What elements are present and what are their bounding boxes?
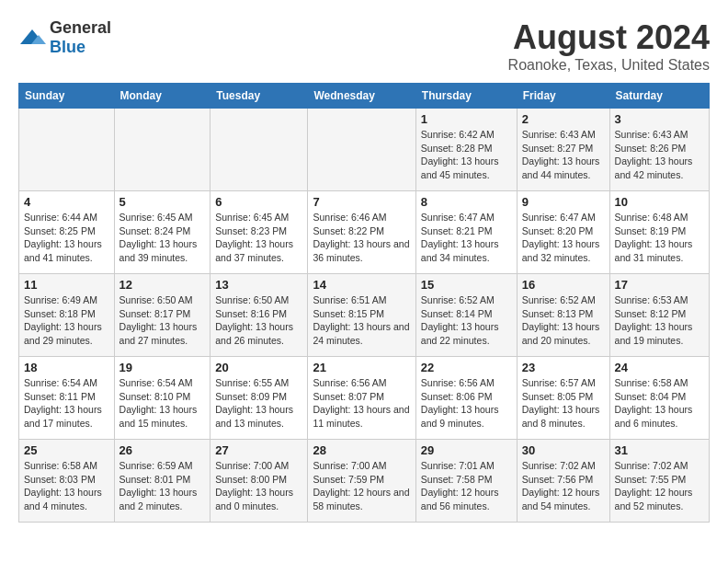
calendar-cell: 22Sunrise: 6:56 AMSunset: 8:06 PMDayligh… (415, 357, 517, 440)
calendar-cell (114, 109, 210, 191)
day-number: 15 (421, 278, 512, 292)
day-number: 9 (522, 195, 605, 209)
day-info: Sunrise: 6:56 AMSunset: 8:06 PMDaylight:… (421, 376, 512, 431)
calendar-header: SundayMondayTuesdayWednesdayThursdayFrid… (19, 84, 710, 109)
calendar-cell: 15Sunrise: 6:52 AMSunset: 8:14 PMDayligh… (415, 274, 517, 357)
day-number: 20 (215, 361, 302, 374)
calendar-cell: 4Sunrise: 6:44 AMSunset: 8:25 PMDaylight… (19, 191, 115, 274)
day-number: 14 (313, 278, 410, 292)
calendar-week-row: 18Sunrise: 6:54 AMSunset: 8:11 PMDayligh… (19, 357, 710, 440)
day-number: 16 (522, 278, 605, 292)
day-number: 29 (421, 443, 512, 457)
day-info: Sunrise: 6:43 AMSunset: 8:27 PMDaylight:… (522, 128, 605, 182)
day-info: Sunrise: 7:00 AMSunset: 8:00 PMDaylight:… (215, 459, 302, 513)
calendar-cell: 13Sunrise: 6:50 AMSunset: 8:16 PMDayligh… (210, 274, 308, 357)
logo-text-blue: Blue (50, 38, 85, 56)
day-info: Sunrise: 6:52 AMSunset: 8:14 PMDaylight:… (421, 293, 512, 348)
calendar-cell: 30Sunrise: 7:02 AMSunset: 7:56 PMDayligh… (517, 440, 609, 523)
day-number: 26 (119, 443, 206, 457)
day-info: Sunrise: 6:47 AMSunset: 8:20 PMDaylight:… (522, 211, 605, 265)
day-number: 4 (24, 195, 109, 209)
day-number: 25 (24, 443, 109, 457)
day-info: Sunrise: 6:45 AMSunset: 8:23 PMDaylight:… (215, 211, 302, 265)
calendar-week-row: 25Sunrise: 6:58 AMSunset: 8:03 PMDayligh… (19, 440, 710, 523)
calendar-cell: 31Sunrise: 7:02 AMSunset: 7:55 PMDayligh… (609, 440, 709, 523)
title-area: August 2024 Roanoke, Texas, United State… (508, 18, 710, 74)
day-number: 3 (615, 112, 704, 126)
calendar-cell: 10Sunrise: 6:48 AMSunset: 8:19 PMDayligh… (609, 191, 709, 274)
calendar-cell: 26Sunrise: 6:59 AMSunset: 8:01 PMDayligh… (114, 440, 210, 523)
day-info: Sunrise: 7:01 AMSunset: 7:58 PMDaylight:… (421, 459, 512, 513)
calendar-table: SundayMondayTuesdayWednesdayThursdayFrid… (18, 83, 710, 523)
calendar-week-row: 11Sunrise: 6:49 AMSunset: 8:18 PMDayligh… (19, 274, 710, 357)
header-row: SundayMondayTuesdayWednesdayThursdayFrid… (19, 84, 710, 109)
day-number: 21 (313, 361, 410, 374)
day-info: Sunrise: 6:47 AMSunset: 8:21 PMDaylight:… (421, 211, 512, 265)
day-number: 22 (421, 361, 512, 374)
day-info: Sunrise: 6:58 AMSunset: 8:04 PMDaylight:… (615, 376, 704, 431)
day-info: Sunrise: 6:43 AMSunset: 8:26 PMDaylight:… (615, 128, 704, 182)
day-number: 18 (24, 361, 109, 374)
calendar-cell: 20Sunrise: 6:55 AMSunset: 8:09 PMDayligh… (210, 357, 308, 440)
calendar-cell: 28Sunrise: 7:00 AMSunset: 7:59 PMDayligh… (308, 440, 415, 523)
day-number: 17 (615, 278, 704, 292)
page-header: General Blue August 2024 Roanoke, Texas,… (18, 18, 710, 74)
day-number: 28 (313, 443, 410, 457)
day-info: Sunrise: 7:00 AMSunset: 7:59 PMDaylight:… (313, 459, 410, 513)
calendar-cell: 2Sunrise: 6:43 AMSunset: 8:27 PMDaylight… (517, 109, 609, 191)
calendar-week-row: 4Sunrise: 6:44 AMSunset: 8:25 PMDaylight… (19, 191, 710, 274)
calendar-cell: 14Sunrise: 6:51 AMSunset: 8:15 PMDayligh… (308, 274, 415, 357)
calendar-cell: 27Sunrise: 7:00 AMSunset: 8:00 PMDayligh… (210, 440, 308, 523)
header-cell: Saturday (609, 84, 709, 109)
day-info: Sunrise: 6:50 AMSunset: 8:16 PMDaylight:… (215, 293, 302, 348)
day-info: Sunrise: 6:54 AMSunset: 8:10 PMDaylight:… (119, 376, 206, 431)
day-info: Sunrise: 6:57 AMSunset: 8:05 PMDaylight:… (522, 376, 605, 431)
day-number: 23 (522, 361, 605, 374)
day-number: 31 (615, 443, 704, 457)
day-number: 8 (421, 195, 512, 209)
day-info: Sunrise: 6:48 AMSunset: 8:19 PMDaylight:… (615, 211, 704, 265)
calendar-cell: 5Sunrise: 6:45 AMSunset: 8:24 PMDaylight… (114, 191, 210, 274)
calendar-cell: 7Sunrise: 6:46 AMSunset: 8:22 PMDaylight… (308, 191, 415, 274)
day-info: Sunrise: 6:55 AMSunset: 8:09 PMDaylight:… (215, 376, 302, 431)
calendar-cell: 8Sunrise: 6:47 AMSunset: 8:21 PMDaylight… (415, 191, 517, 274)
day-info: Sunrise: 6:44 AMSunset: 8:25 PMDaylight:… (24, 211, 109, 265)
calendar-cell: 16Sunrise: 6:52 AMSunset: 8:13 PMDayligh… (517, 274, 609, 357)
calendar-cell: 12Sunrise: 6:50 AMSunset: 8:17 PMDayligh… (114, 274, 210, 357)
day-info: Sunrise: 7:02 AMSunset: 7:55 PMDaylight:… (615, 459, 704, 513)
calendar-body: 1Sunrise: 6:42 AMSunset: 8:28 PMDaylight… (19, 109, 710, 523)
logo: General Blue (18, 18, 111, 57)
calendar-cell: 3Sunrise: 6:43 AMSunset: 8:26 PMDaylight… (609, 109, 709, 191)
day-number: 24 (615, 361, 704, 374)
calendar-cell: 9Sunrise: 6:47 AMSunset: 8:20 PMDaylight… (517, 191, 609, 274)
header-cell: Sunday (19, 84, 115, 109)
day-info: Sunrise: 6:52 AMSunset: 8:13 PMDaylight:… (522, 293, 605, 348)
header-cell: Thursday (415, 84, 517, 109)
day-number: 6 (215, 195, 302, 209)
calendar-cell (308, 109, 415, 191)
calendar-cell: 1Sunrise: 6:42 AMSunset: 8:28 PMDaylight… (415, 109, 517, 191)
day-info: Sunrise: 6:50 AMSunset: 8:17 PMDaylight:… (119, 293, 206, 348)
day-info: Sunrise: 6:42 AMSunset: 8:28 PMDaylight:… (421, 128, 512, 182)
day-info: Sunrise: 6:59 AMSunset: 8:01 PMDaylight:… (119, 459, 206, 513)
day-number: 13 (215, 278, 302, 292)
day-info: Sunrise: 6:53 AMSunset: 8:12 PMDaylight:… (615, 293, 704, 348)
calendar-cell: 19Sunrise: 6:54 AMSunset: 8:10 PMDayligh… (114, 357, 210, 440)
day-info: Sunrise: 6:46 AMSunset: 8:22 PMDaylight:… (313, 211, 410, 265)
main-title: August 2024 (508, 18, 710, 57)
day-number: 5 (119, 195, 206, 209)
day-number: 11 (24, 278, 109, 292)
calendar-cell: 21Sunrise: 6:56 AMSunset: 8:07 PMDayligh… (308, 357, 415, 440)
calendar-cell: 6Sunrise: 6:45 AMSunset: 8:23 PMDaylight… (210, 191, 308, 274)
day-number: 1 (421, 112, 512, 126)
logo-icon (18, 28, 46, 48)
calendar-cell: 11Sunrise: 6:49 AMSunset: 8:18 PMDayligh… (19, 274, 115, 357)
day-number: 12 (119, 278, 206, 292)
day-number: 30 (522, 443, 605, 457)
day-info: Sunrise: 6:45 AMSunset: 8:24 PMDaylight:… (119, 211, 206, 265)
header-cell: Monday (114, 84, 210, 109)
header-cell: Wednesday (308, 84, 415, 109)
calendar-week-row: 1Sunrise: 6:42 AMSunset: 8:28 PMDaylight… (19, 109, 710, 191)
calendar-cell (19, 109, 115, 191)
calendar-cell: 23Sunrise: 6:57 AMSunset: 8:05 PMDayligh… (517, 357, 609, 440)
